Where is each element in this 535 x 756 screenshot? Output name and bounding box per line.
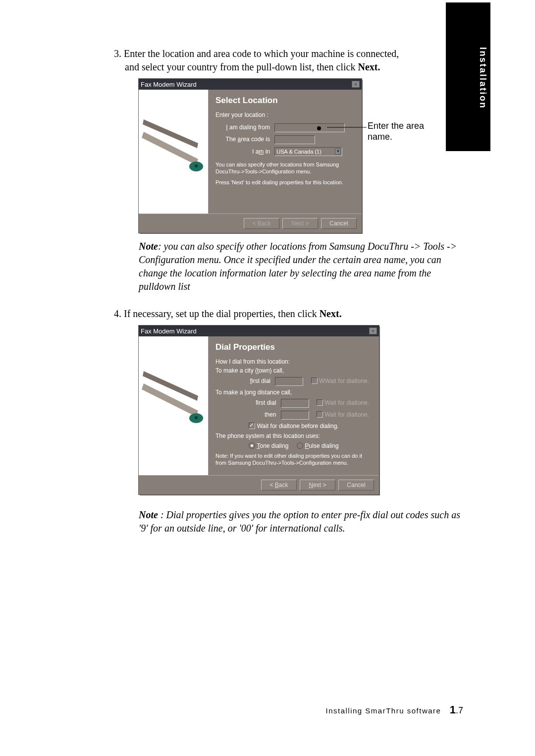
footer-label: Installing SmarThru software: [325, 706, 441, 715]
long-wait-row: Wait for dialtone.: [317, 399, 369, 406]
close-icon[interactable]: ×: [352, 81, 360, 88]
wizard-side-image: [139, 90, 209, 214]
iamin-post: in: [264, 148, 270, 155]
svg-point-4: [195, 164, 198, 167]
country-selected: USA & Canada (1): [276, 149, 321, 155]
callout-dot-icon: [317, 126, 321, 130]
back-button[interactable]: < Back: [244, 218, 279, 229]
wait-before-label: Wait for dialtone before dialing.: [257, 423, 339, 430]
next-button[interactable]: Next >: [300, 480, 335, 490]
callout-line2: name.: [368, 132, 392, 142]
iamin-label: I am in: [215, 148, 270, 155]
area-code-pre: The: [226, 136, 238, 143]
then-wait-text: Wait for dialtone.: [324, 411, 369, 418]
dialing-from-label: I am dialing from: [215, 124, 270, 131]
note-block-2: Note : Dial properties gives you the opt…: [139, 508, 466, 535]
long-pre: To make a: [215, 389, 245, 396]
back2-pre: <: [269, 482, 274, 488]
city-wait-checkbox[interactable]: [311, 378, 318, 384]
note1-rest: : you can also specify other locations f…: [139, 241, 457, 292]
wiz1-note2: Press 'Next' to edit dialing properties …: [215, 179, 355, 185]
wizard1-button-row: < Back Next > Cancel: [139, 214, 362, 233]
note-block-1: Note: you can also specify other locatio…: [139, 240, 466, 293]
long-post: ong distance call,: [246, 389, 292, 396]
how-dial-label: How I dial from this location:: [215, 358, 372, 365]
pulse-label: Pulse dialing: [305, 442, 339, 449]
tone-radio[interactable]: [249, 442, 255, 449]
wizard1-main: Select Location Enter your location : I …: [209, 90, 362, 214]
then-label: then: [265, 411, 276, 418]
area-code-input[interactable]: [274, 135, 315, 144]
phone-system-label: The phone system at this location uses:: [215, 432, 372, 439]
country-select[interactable]: USA & Canada (1) ▼: [274, 147, 342, 156]
iamin-pre: I a: [252, 148, 259, 155]
pulse-u: P: [305, 442, 309, 449]
city-wait-row: WWait for dialtone.: [311, 378, 369, 384]
next2-post: ext >: [313, 482, 326, 488]
long-call-label: To make a long distance call,: [215, 389, 292, 396]
area-code-label: The area code is: [215, 136, 270, 143]
section-side-label: Installation: [478, 47, 488, 109]
note2-rest: : Dial properties gives you the option t…: [139, 509, 460, 534]
back2-post: ack: [279, 482, 288, 488]
pen-graphic-icon: [139, 90, 208, 214]
close-icon[interactable]: ×: [369, 327, 377, 334]
pulse-radio[interactable]: [297, 442, 303, 449]
long-dial-input[interactable]: [281, 399, 309, 408]
city-post: own) call,: [259, 367, 284, 374]
page-footer: Installing SmarThru software 1.7: [97, 703, 463, 716]
city-dial-input[interactable]: [275, 377, 303, 386]
cancel-button[interactable]: Cancel: [338, 480, 374, 490]
wizard2-titlebar: Fax Modem Wizard ×: [139, 325, 379, 336]
long-wait-checkbox[interactable]: [317, 399, 323, 406]
city-call-label: To make a city (town) call,: [215, 367, 284, 374]
enter-location-label: Enter your location :: [215, 111, 355, 118]
step4-next-word: Next.: [320, 308, 342, 319]
wiz1-note1: You can also specify other locations fro…: [215, 161, 355, 175]
long-wait-text: Wait for dialtone.: [324, 399, 369, 406]
cancel-button[interactable]: Cancel: [321, 218, 357, 229]
note1-lead: Note: [139, 241, 158, 252]
then-dial-input[interactable]: [281, 411, 309, 420]
city-pre: To make a city (: [215, 367, 257, 374]
wizard-side-image-2: [139, 336, 209, 475]
svg-rect-6: [139, 336, 208, 475]
wizard-dial-properties: Fax Modem Wizard × Dial Properties How I…: [139, 325, 379, 494]
callout-line-icon: [327, 126, 367, 128]
tone-label: Tone dialing: [257, 442, 288, 449]
wizard2-title: Fax Modem Wizard: [141, 327, 197, 335]
dialing-from-rest: am dialing from: [228, 124, 270, 131]
then-wait-checkbox[interactable]: [317, 411, 323, 418]
wizard1-titlebar: Fax Modem Wizard ×: [139, 79, 362, 90]
callout-line1: Enter the area: [368, 121, 424, 131]
step4-text: 4. If necessary, set up the dial propert…: [114, 307, 466, 321]
pulse-post: ulse dialing: [309, 442, 339, 449]
city-wait-u: W: [319, 378, 324, 384]
footer-page: .7: [456, 705, 463, 715]
chevron-down-icon[interactable]: ▼: [335, 149, 341, 155]
wizard-select-location: Fax Modem Wizard × Select Location Enter…: [139, 79, 362, 233]
first-dial-label: first dial: [250, 378, 270, 384]
back2-u: B: [275, 482, 279, 488]
note2-lead: Note: [139, 509, 158, 520]
footer-chapter: 1: [450, 703, 456, 716]
first-dial-post: irst dial: [252, 378, 270, 384]
step3-text: 3. Enter the location and area code to w…: [114, 47, 466, 74]
back-button[interactable]: < Back: [261, 480, 297, 490]
step3-line1: 3. Enter the location and area code to w…: [114, 48, 399, 59]
wizard2-main: Dial Properties How I dial from this loc…: [209, 336, 379, 475]
wizard2-button-row: < Back Next > Cancel: [139, 475, 379, 494]
next-button[interactable]: Next >: [282, 218, 318, 229]
long-first-dial-label: first dial: [256, 399, 276, 406]
next2-u: N: [309, 482, 313, 488]
wiz2-note: Note: If you want to edit other dialing …: [215, 452, 372, 467]
tone-post: one dialing: [260, 442, 288, 449]
wizard2-heading: Dial Properties: [215, 342, 372, 352]
wizard1-heading: Select Location: [215, 96, 355, 106]
page-content: 3. Enter the location and area code to w…: [114, 47, 466, 542]
wait-before-checkbox[interactable]: [249, 423, 255, 429]
iamin-u: m: [259, 148, 264, 155]
then-wait-row: Wait for dialtone.: [317, 411, 369, 418]
pen-graphic-icon: [139, 336, 208, 475]
step3-cont: and select your country from the pull-do…: [125, 61, 358, 72]
